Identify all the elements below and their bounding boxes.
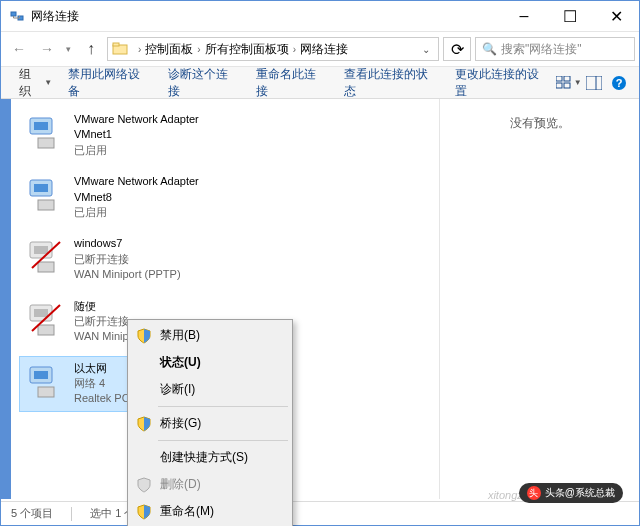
svg-rect-20 [38,262,54,272]
status-bar: 5 个项目 选中 1 个项目 [1,501,639,525]
help-button[interactable]: ? [606,71,631,95]
connection-status: 已启用 [74,205,212,220]
network-adapter-icon [26,174,66,214]
back-button[interactable]: ← [5,35,33,63]
breadcrumb-sep: › [138,44,141,55]
connection-status: 已启用 [74,143,212,158]
search-placeholder: 搜索"网络连接" [501,41,582,58]
window-title: 网络连接 [31,8,501,25]
diagnose-button[interactable]: 诊断这个连接 [158,62,246,104]
svg-rect-17 [38,200,54,210]
rename-button[interactable]: 重命名此连接 [246,62,334,104]
svg-rect-19 [34,246,48,254]
search-input[interactable]: 🔍 搜索"网络连接" [475,37,635,61]
view-status-button[interactable]: 查看此连接的状态 [334,62,445,104]
connection-name: VMware Network Adapter VMnet8 [74,174,212,205]
view-options-button[interactable]: ▼ [556,71,582,95]
connection-name: windows7 [74,236,181,251]
menu-separator [158,406,288,407]
connection-item[interactable]: windows7 已断开连接 WAN Miniport (PPTP) [19,231,219,287]
titlebar: 网络连接 – ☐ ✕ [1,1,639,31]
statusbar-sep [71,507,72,521]
no-preview-text: 没有预览。 [456,115,623,132]
connection-name: VMware Network Adapter VMnet1 [74,112,212,143]
organize-menu[interactable]: 组织▼ [9,62,58,104]
shield-icon [136,328,152,344]
breadcrumb-item[interactable]: 所有控制面板项 [205,41,289,58]
ethernet-adapter-icon [26,361,66,401]
wan-adapter-icon [26,236,66,276]
network-app-icon [9,8,25,24]
connection-status: 已断开连接 [74,252,181,267]
wan-adapter-icon [26,299,66,339]
change-settings-button[interactable]: 更改此连接的设置 [445,62,556,104]
connection-item[interactable]: VMware Network Adapter VMnet1 已启用 [19,107,219,163]
watermark-badge: 头 头条@系统总裁 [519,483,623,503]
svg-rect-7 [564,83,570,88]
search-icon: 🔍 [482,42,497,56]
breadcrumb-dropdown[interactable]: ⌄ [418,44,434,55]
svg-rect-0 [11,12,16,16]
minimize-button[interactable]: – [501,1,547,31]
breadcrumb[interactable]: › 控制面板 › 所有控制面板项 › 网络连接 ⌄ [107,37,439,61]
svg-rect-13 [34,122,48,130]
shield-icon [136,504,152,520]
menu-delete: 删除(D) [130,471,290,498]
menu-separator [158,440,288,441]
context-menu: 禁用(B) 状态(U) 诊断(I) 桥接(G) 创建快捷方式(S) 删除(D) … [127,319,293,526]
connection-device: WAN Miniport (PPTP) [74,267,181,282]
shield-icon [136,477,152,493]
refresh-button[interactable]: ⟳ [443,37,471,61]
connection-item[interactable]: VMware Network Adapter VMnet8 已启用 [19,169,219,225]
svg-rect-28 [38,387,54,397]
menu-create-shortcut[interactable]: 创建快捷方式(S) [130,444,290,471]
svg-rect-8 [586,76,602,90]
connection-name: 随便 [74,299,181,314]
up-button[interactable]: ↑ [79,37,103,61]
preview-pane-button[interactable] [582,71,607,95]
command-toolbar: 组织▼ 禁用此网络设备 诊断这个连接 重命名此连接 查看此连接的状态 更改此连接… [1,67,639,99]
breadcrumb-sep: › [197,44,200,55]
menu-status[interactable]: 状态(U) [130,349,290,376]
close-button[interactable]: ✕ [593,1,639,31]
forward-button[interactable]: → [33,35,61,63]
svg-rect-5 [564,76,570,81]
svg-rect-3 [113,43,119,46]
breadcrumb-item[interactable]: 控制面板 [145,41,193,58]
svg-rect-16 [34,184,48,192]
menu-disable[interactable]: 禁用(B) [130,322,290,349]
folder-icon [112,41,128,57]
svg-rect-14 [38,138,54,148]
badge-icon: 头 [527,486,541,500]
disable-device-button[interactable]: 禁用此网络设备 [58,62,158,104]
svg-rect-6 [556,83,562,88]
menu-diagnose[interactable]: 诊断(I) [130,376,290,403]
svg-text:?: ? [615,77,622,89]
preview-pane: 没有预览。 [439,99,639,499]
breadcrumb-item[interactable]: 网络连接 [300,41,348,58]
network-adapter-icon [26,112,66,152]
shield-icon [136,416,152,432]
svg-rect-27 [34,371,48,379]
svg-rect-4 [556,76,562,81]
breadcrumb-sep: › [293,44,296,55]
left-accent-strip [1,99,11,499]
menu-bridge[interactable]: 桥接(G) [130,410,290,437]
menu-rename[interactable]: 重命名(M) [130,498,290,525]
svg-rect-23 [34,309,48,317]
history-dropdown[interactable]: ▾ [61,44,75,54]
maximize-button[interactable]: ☐ [547,1,593,31]
svg-rect-24 [38,325,54,335]
item-count: 5 个项目 [11,506,53,521]
